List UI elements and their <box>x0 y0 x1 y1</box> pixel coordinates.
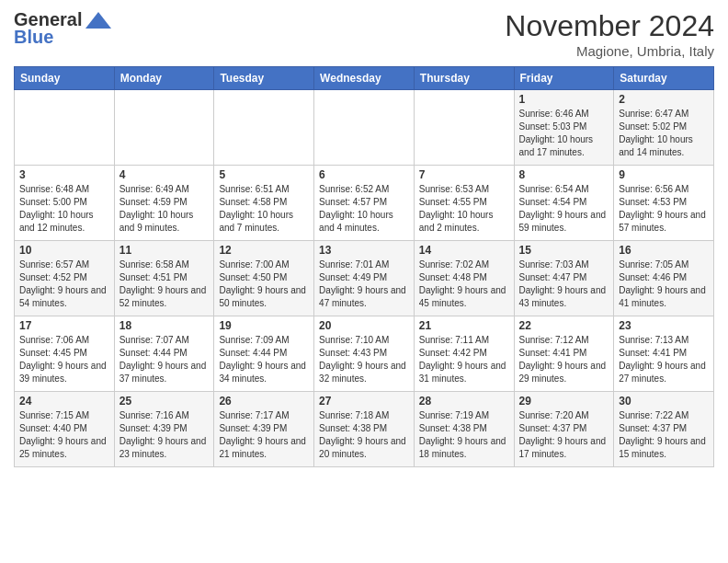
day-info: Sunrise: 6:58 AM Sunset: 4:51 PM Dayligh… <box>119 259 210 310</box>
calendar-cell: 5Sunrise: 6:51 AM Sunset: 4:58 PM Daylig… <box>214 166 314 241</box>
day-info: Sunrise: 7:10 AM Sunset: 4:43 PM Dayligh… <box>319 334 409 385</box>
calendar-cell: 2Sunrise: 6:47 AM Sunset: 5:02 PM Daylig… <box>614 90 714 166</box>
day-info: Sunrise: 7:16 AM Sunset: 4:39 PM Dayligh… <box>119 409 210 461</box>
day-info: Sunrise: 7:09 AM Sunset: 4:44 PM Dayligh… <box>219 334 309 385</box>
calendar-cell: 9Sunrise: 6:56 AM Sunset: 4:53 PM Daylig… <box>614 166 714 241</box>
calendar-cell: 12Sunrise: 7:00 AM Sunset: 4:50 PM Dayli… <box>214 241 314 316</box>
location-subtitle: Magione, Umbria, Italy <box>505 43 714 59</box>
col-tuesday: Tuesday <box>214 67 314 90</box>
day-info: Sunrise: 6:52 AM Sunset: 4:57 PM Dayligh… <box>319 183 409 235</box>
day-number: 9 <box>619 168 709 181</box>
day-number: 29 <box>519 395 609 408</box>
logo: General Blue <box>14 9 113 48</box>
day-number: 16 <box>619 244 709 257</box>
calendar-cell: 30Sunrise: 7:22 AM Sunset: 4:37 PM Dayli… <box>614 392 714 467</box>
day-number: 24 <box>19 395 109 408</box>
calendar-cell: 15Sunrise: 7:03 AM Sunset: 4:47 PM Dayli… <box>514 241 614 316</box>
day-info: Sunrise: 7:06 AM Sunset: 4:45 PM Dayligh… <box>19 334 109 385</box>
calendar-week-row: 17Sunrise: 7:06 AM Sunset: 4:45 PM Dayli… <box>15 316 714 392</box>
calendar-week-row: 3Sunrise: 6:48 AM Sunset: 5:00 PM Daylig… <box>15 166 714 241</box>
col-monday: Monday <box>114 67 214 90</box>
day-info: Sunrise: 7:02 AM Sunset: 4:48 PM Dayligh… <box>419 259 509 310</box>
day-info: Sunrise: 7:17 AM Sunset: 4:39 PM Dayligh… <box>219 409 309 461</box>
calendar-cell: 22Sunrise: 7:12 AM Sunset: 4:41 PM Dayli… <box>514 316 614 392</box>
calendar-cell: 18Sunrise: 7:07 AM Sunset: 4:44 PM Dayli… <box>114 316 214 392</box>
day-info: Sunrise: 7:03 AM Sunset: 4:47 PM Dayligh… <box>519 259 609 310</box>
calendar-cell: 17Sunrise: 7:06 AM Sunset: 4:45 PM Dayli… <box>15 316 115 392</box>
day-number: 14 <box>419 244 509 257</box>
day-info: Sunrise: 6:56 AM Sunset: 4:53 PM Dayligh… <box>619 183 709 235</box>
title-section: November 2024 Magione, Umbria, Italy <box>505 9 714 59</box>
day-info: Sunrise: 6:47 AM Sunset: 5:02 PM Dayligh… <box>619 108 709 159</box>
calendar-cell: 4Sunrise: 6:49 AM Sunset: 4:59 PM Daylig… <box>114 166 214 241</box>
day-info: Sunrise: 6:46 AM Sunset: 5:03 PM Dayligh… <box>519 108 609 159</box>
header: General Blue November 2024 Magione, Umbr… <box>14 9 714 59</box>
day-number: 18 <box>119 319 210 332</box>
calendar-cell: 7Sunrise: 6:53 AM Sunset: 4:55 PM Daylig… <box>414 166 514 241</box>
day-number: 5 <box>219 168 309 181</box>
calendar-header-row: Sunday Monday Tuesday Wednesday Thursday… <box>15 67 714 90</box>
calendar-cell: 19Sunrise: 7:09 AM Sunset: 4:44 PM Dayli… <box>214 316 314 392</box>
calendar-cell <box>414 90 514 166</box>
day-info: Sunrise: 7:18 AM Sunset: 4:38 PM Dayligh… <box>319 409 409 461</box>
day-info: Sunrise: 7:15 AM Sunset: 4:40 PM Dayligh… <box>19 409 109 461</box>
calendar-cell: 26Sunrise: 7:17 AM Sunset: 4:39 PM Dayli… <box>214 392 314 467</box>
day-number: 20 <box>319 319 409 332</box>
calendar-cell <box>214 90 314 166</box>
calendar-week-row: 1Sunrise: 6:46 AM Sunset: 5:03 PM Daylig… <box>15 90 714 166</box>
day-number: 11 <box>119 244 210 257</box>
col-saturday: Saturday <box>614 67 714 90</box>
calendar-week-row: 24Sunrise: 7:15 AM Sunset: 4:40 PM Dayli… <box>15 392 714 467</box>
day-number: 7 <box>419 168 509 181</box>
day-info: Sunrise: 6:57 AM Sunset: 4:52 PM Dayligh… <box>19 259 109 310</box>
calendar-cell: 8Sunrise: 6:54 AM Sunset: 4:54 PM Daylig… <box>514 166 614 241</box>
day-info: Sunrise: 7:12 AM Sunset: 4:41 PM Dayligh… <box>519 334 609 385</box>
day-number: 30 <box>619 395 709 408</box>
day-info: Sunrise: 7:11 AM Sunset: 4:42 PM Dayligh… <box>419 334 509 385</box>
day-info: Sunrise: 6:54 AM Sunset: 4:54 PM Dayligh… <box>519 183 609 235</box>
day-info: Sunrise: 6:53 AM Sunset: 4:55 PM Dayligh… <box>419 183 509 235</box>
calendar-cell: 14Sunrise: 7:02 AM Sunset: 4:48 PM Dayli… <box>414 241 514 316</box>
calendar-cell <box>114 90 214 166</box>
day-number: 6 <box>319 168 409 181</box>
day-info: Sunrise: 7:01 AM Sunset: 4:49 PM Dayligh… <box>319 259 409 310</box>
col-thursday: Thursday <box>414 67 514 90</box>
calendar-cell: 11Sunrise: 6:58 AM Sunset: 4:51 PM Dayli… <box>114 241 214 316</box>
day-info: Sunrise: 7:19 AM Sunset: 4:38 PM Dayligh… <box>419 409 509 461</box>
day-info: Sunrise: 7:05 AM Sunset: 4:46 PM Dayligh… <box>619 259 709 310</box>
day-number: 25 <box>119 395 210 408</box>
day-number: 19 <box>219 319 309 332</box>
logo-blue-text: Blue <box>14 27 53 47</box>
calendar-cell <box>15 90 115 166</box>
calendar-cell: 29Sunrise: 7:20 AM Sunset: 4:37 PM Dayli… <box>514 392 614 467</box>
calendar-cell: 1Sunrise: 6:46 AM Sunset: 5:03 PM Daylig… <box>514 90 614 166</box>
col-friday: Friday <box>514 67 614 90</box>
calendar-cell: 24Sunrise: 7:15 AM Sunset: 4:40 PM Dayli… <box>15 392 115 467</box>
day-info: Sunrise: 7:20 AM Sunset: 4:37 PM Dayligh… <box>519 409 609 461</box>
day-info: Sunrise: 7:07 AM Sunset: 4:44 PM Dayligh… <box>119 334 210 385</box>
day-number: 26 <box>219 395 309 408</box>
day-number: 23 <box>619 319 709 332</box>
calendar-cell: 25Sunrise: 7:16 AM Sunset: 4:39 PM Dayli… <box>114 392 214 467</box>
day-number: 8 <box>519 168 609 181</box>
day-number: 15 <box>519 244 609 257</box>
day-number: 17 <box>19 319 109 332</box>
logo-flag-icon <box>84 10 113 30</box>
month-title: November 2024 <box>505 9 714 43</box>
day-info: Sunrise: 6:48 AM Sunset: 5:00 PM Dayligh… <box>19 183 109 235</box>
day-info: Sunrise: 6:51 AM Sunset: 4:58 PM Dayligh… <box>219 183 309 235</box>
col-wednesday: Wednesday <box>314 67 415 90</box>
calendar-cell: 28Sunrise: 7:19 AM Sunset: 4:38 PM Dayli… <box>414 392 514 467</box>
svg-marker-0 <box>85 12 111 29</box>
day-info: Sunrise: 7:22 AM Sunset: 4:37 PM Dayligh… <box>619 409 709 461</box>
day-number: 21 <box>419 319 509 332</box>
main-container: General Blue November 2024 Magione, Umbr… <box>0 0 728 472</box>
col-sunday: Sunday <box>15 67 115 90</box>
day-number: 10 <box>19 244 109 257</box>
calendar-cell: 27Sunrise: 7:18 AM Sunset: 4:38 PM Dayli… <box>314 392 415 467</box>
day-number: 4 <box>119 168 210 181</box>
day-number: 1 <box>519 93 609 106</box>
day-number: 22 <box>519 319 609 332</box>
day-info: Sunrise: 6:49 AM Sunset: 4:59 PM Dayligh… <box>119 183 210 235</box>
calendar-cell: 6Sunrise: 6:52 AM Sunset: 4:57 PM Daylig… <box>314 166 415 241</box>
